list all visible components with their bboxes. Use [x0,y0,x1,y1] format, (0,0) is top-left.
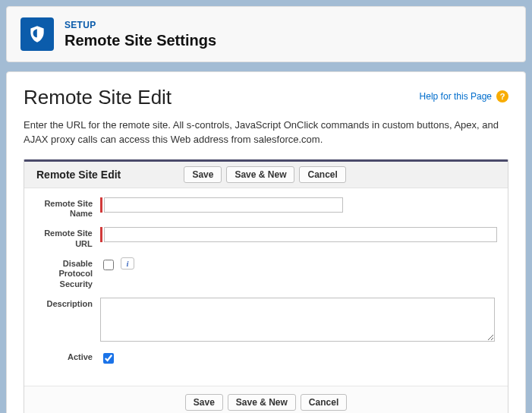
header-text: SETUP Remote Site Settings [65,20,216,49]
edit-panel: Remote Site Edit Save Save & New Cancel … [24,159,508,413]
remote-site-url-input[interactable] [104,227,497,242]
required-indicator [100,227,102,242]
row-remote-site-name: Remote Site Name [35,197,497,220]
save-button[interactable]: Save [184,166,222,183]
required-indicator [100,197,102,213]
label-description: Description [35,298,100,310]
disable-protocol-security-checkbox[interactable] [103,260,114,270]
panel-title: Remote Site Edit [32,169,121,181]
setup-eyebrow: SETUP [65,20,216,30]
description-textarea[interactable] [100,298,495,342]
help-wrap: Help for this Page ? [420,90,508,102]
shield-icon [20,17,54,51]
save-and-new-button[interactable]: Save & New [226,166,294,183]
row-active: Active [35,351,497,366]
row-disable-protocol-security: Disable Protocol Security i [35,257,497,290]
intro-text: Enter the URL for the remote site. All s… [24,118,508,147]
page-title: Remote Site Edit [24,86,172,109]
row-description: Description [35,298,497,342]
help-link[interactable]: Help for this Page [420,91,492,102]
label-remote-site-name: Remote Site Name [35,197,100,220]
panel-foot: Save Save & New Cancel [24,386,508,413]
panel-head-buttons: Save Save & New Cancel [121,166,409,183]
save-button-bottom[interactable]: Save [185,394,223,411]
label-remote-site-url: Remote Site URL [35,227,100,250]
active-checkbox[interactable] [103,353,114,364]
remote-site-name-input[interactable] [104,197,343,213]
main-card: Remote Site Edit Help for this Page ? En… [6,71,526,413]
cancel-button[interactable]: Cancel [299,166,345,183]
label-disable-protocol-security: Disable Protocol Security [35,257,100,290]
info-icon[interactable]: i [121,257,134,270]
save-and-new-button-bottom[interactable]: Save & New [228,394,296,411]
cancel-button-bottom[interactable]: Cancel [301,394,347,411]
panel-head: Remote Site Edit Save Save & New Cancel [24,162,508,188]
help-icon[interactable]: ? [496,90,508,102]
setup-title: Remote Site Settings [65,32,216,49]
setup-header: SETUP Remote Site Settings [6,6,526,62]
row-remote-site-url: Remote Site URL [35,227,497,250]
label-active: Active [35,351,100,363]
panel-body: Remote Site Name Remote Site URL Disable… [24,188,508,386]
